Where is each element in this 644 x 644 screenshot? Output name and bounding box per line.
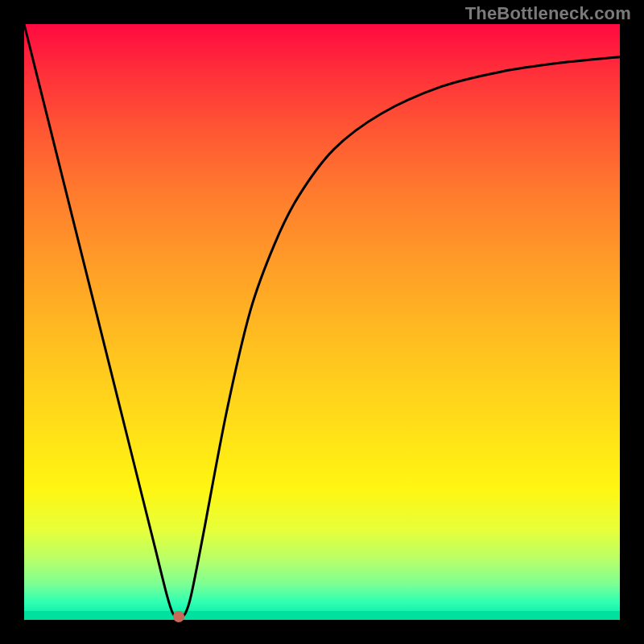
minimum-marker-icon — [173, 611, 184, 622]
chart-frame: TheBottleneck.com — [0, 0, 644, 644]
watermark-text: TheBottleneck.com — [465, 3, 631, 24]
plot-area — [24, 24, 620, 620]
bottleneck-curve — [24, 24, 620, 620]
curve-path — [24, 24, 620, 617]
